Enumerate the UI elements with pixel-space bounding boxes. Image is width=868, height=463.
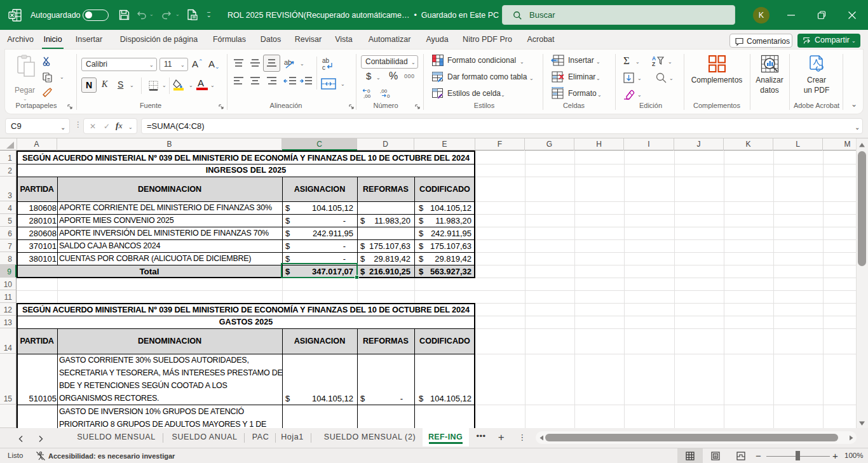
svg-text:,00: ,00: [363, 93, 371, 98]
svg-text:,00: ,00: [380, 88, 388, 94]
svg-text:ab: ab: [322, 57, 330, 64]
svg-text:Z: Z: [652, 61, 655, 67]
svg-text:c: c: [322, 64, 325, 71]
svg-text:ab: ab: [284, 58, 292, 66]
svg-text:0: 0: [387, 93, 390, 98]
